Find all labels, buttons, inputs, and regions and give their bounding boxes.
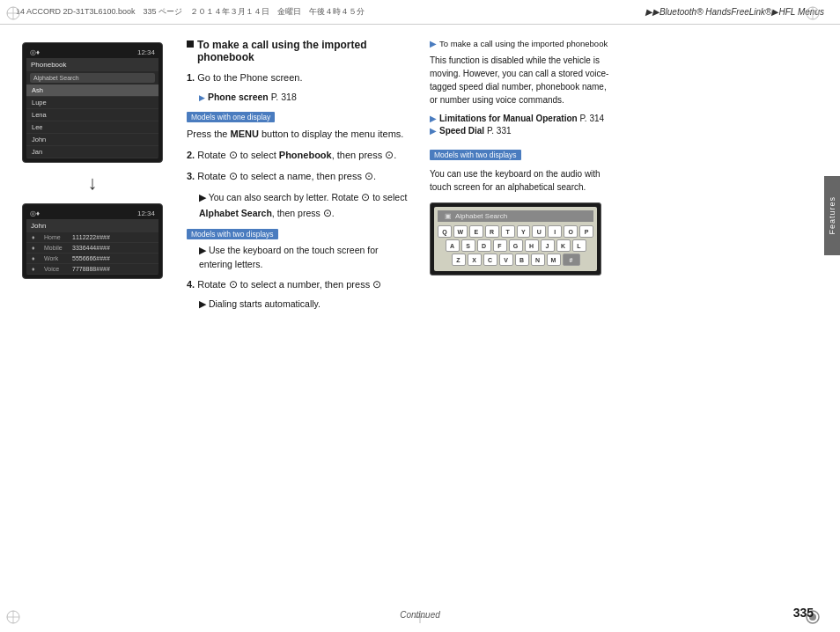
list-item: Jan [26, 146, 158, 158]
key-c[interactable]: C [483, 254, 497, 266]
screen-title: Phonebook [26, 58, 158, 71]
key-j[interactable]: J [541, 239, 555, 252]
mobile-icon: ♦ [32, 245, 41, 251]
key-g[interactable]: G [509, 239, 523, 252]
speed-dial-arrow-icon: ▶ [430, 126, 437, 136]
key-t[interactable]: T [501, 225, 515, 238]
print-info: 14 ACCORD 2D-31T3L6100.book 335 ページ ２０１４… [16, 6, 645, 18]
alphabet-screen: ▣ Alphabet Search Q W E R T Y U I O P [430, 202, 601, 276]
contact-voice: ♦ Voice 7778888#### [26, 264, 158, 275]
two-display-note: You can use the keyboard on the audio wi… [430, 167, 609, 194]
list-item: Lena [26, 109, 158, 121]
key-i[interactable]: I [548, 225, 562, 238]
list-item: John [26, 134, 158, 146]
screen-title-2: John [26, 219, 158, 232]
contact-work: ♦ Work 5556666#### [26, 254, 158, 264]
key-o[interactable]: O [564, 225, 578, 238]
corner-marker-tr [805, 5, 821, 21]
model-badge-two-right: Models with two displays [430, 150, 521, 160]
key-l[interactable]: L [572, 239, 586, 252]
section-title: To make a call using the imported phoneb… [187, 39, 410, 63]
header-title: ▶▶Bluetooth® HandsFreeLink®▶HFL Menus [645, 7, 824, 17]
screen-time: 12:34 [137, 48, 155, 56]
step-menu: Press the MENU button to display the men… [187, 127, 410, 142]
step-4-sub: ▶ Dialing starts automatically. [187, 298, 410, 312]
key-x[interactable]: X [468, 254, 482, 266]
work-icon: ♦ [32, 255, 41, 261]
note-body: This function is disabled while the vehi… [430, 54, 609, 107]
middle-panel: To make a call using the imported phoneb… [176, 33, 423, 597]
press-icon-2: ⊙ [365, 170, 373, 182]
note-header: ▶ To make a call using the imported phon… [430, 39, 609, 48]
key-w[interactable]: W [453, 225, 468, 238]
alpha-row-1: Q W E R T Y U I O P [438, 225, 593, 238]
screen-icon-2: ◎♦ [30, 209, 40, 217]
press-icon: ⊙ [385, 149, 394, 161]
press-icon-4: ⊙ [372, 278, 381, 290]
step-4: 4. Rotate ⊙ to select a number, then pre… [187, 276, 410, 292]
step-two-display: ▶ Use the keyboard on the touch screen f… [187, 244, 410, 272]
key-f[interactable]: F [493, 239, 507, 252]
key-k[interactable]: K [556, 239, 571, 252]
key-u[interactable]: U [532, 225, 546, 238]
search-bar: Alphabet Search [30, 73, 155, 83]
key-e[interactable]: E [469, 225, 483, 238]
step-1: 1. Go to the Phone screen. [187, 70, 410, 85]
key-r[interactable]: R [485, 225, 499, 238]
alpha-screen-icon: ▣ [445, 212, 452, 220]
contact-screen: ◎♦ 12:34 John ♦ Home 1112222#### ♦ Mobil… [22, 203, 163, 279]
rotate-icon-4: ⊙ [229, 278, 238, 290]
list-item: Ash [26, 85, 158, 97]
alpha-row-2: A S D F G H J K L [438, 239, 593, 252]
right-panel: ▶ To make a call using the imported phon… [423, 33, 616, 597]
rotate-icon: ⊙ [229, 149, 238, 161]
key-y[interactable]: Y [517, 225, 531, 238]
header-bar: 14 ACCORD 2D-31T3L6100.book 335 ページ ２０１４… [0, 0, 840, 25]
rotate-icon-2: ⊙ [229, 170, 238, 182]
screen-top-bar-2: ◎♦ 12:34 [26, 208, 158, 219]
key-v[interactable]: V [499, 254, 513, 266]
key-p[interactable]: P [579, 225, 593, 238]
step-3-sub: ▶ You can also search by letter. Rotate … [187, 189, 410, 221]
rotate-icon-3: ⊙ [361, 191, 370, 203]
screen-top-bar: ◎♦ 12:34 [26, 47, 158, 58]
note-arrow-icon: ▶ [430, 39, 437, 48]
home-icon: ♦ [32, 234, 41, 240]
key-a[interactable]: A [446, 239, 460, 252]
ref-limitations: ▶ Limitations for Manual Operation P. 31… [430, 114, 609, 123]
key-s[interactable]: S [461, 239, 475, 252]
ref-speed-dial: ▶ Speed Dial P. 331 [430, 126, 609, 136]
alpha-row-3: Z X C V B N M # [438, 254, 593, 266]
limitations-arrow-icon: ▶ [430, 114, 437, 123]
screen-icon: ◎♦ [30, 48, 40, 56]
step-3: 3. Rotate ⊙ to select a name, then press… [187, 168, 410, 184]
left-panel: ◎♦ 12:34 Phonebook Alphabet Search Ash L… [9, 33, 176, 597]
list-item: Lupe [26, 97, 158, 109]
step-1-ref: ▶ Phone screen P. 318 [187, 91, 410, 105]
continued-text: Continued [400, 610, 440, 620]
corner-marker-bl [5, 609, 21, 625]
phonebook-screen: ◎♦ 12:34 Phonebook Alphabet Search Ash L… [22, 42, 163, 163]
list-item: Lee [26, 121, 158, 134]
key-h[interactable]: H [525, 239, 539, 252]
model-badge-one: Models with one display [187, 112, 275, 122]
black-square-icon [187, 40, 194, 48]
model-badge-two-mid: Models with two displays [187, 229, 278, 239]
alpha-keyboard: ▣ Alphabet Search Q W E R T Y U I O P [434, 207, 597, 271]
step-2: 2. Rotate ⊙ to select Phonebook, then pr… [187, 147, 410, 163]
main-content: ◎♦ 12:34 Phonebook Alphabet Search Ash L… [0, 25, 840, 606]
key-d[interactable]: D [477, 239, 491, 252]
down-arrow: ↓ [88, 173, 98, 193]
key-z[interactable]: Z [452, 254, 466, 266]
page-number: 335 [793, 606, 814, 620]
voice-icon: ♦ [32, 266, 41, 272]
key-n[interactable]: N [531, 254, 545, 266]
screen-time-2: 12:34 [137, 209, 155, 217]
key-hash[interactable]: # [563, 254, 580, 266]
key-m[interactable]: M [547, 254, 561, 266]
contact-mobile: ♦ Mobile 3336444#### [26, 243, 158, 254]
key-b[interactable]: B [515, 254, 529, 266]
key-q[interactable]: Q [438, 225, 452, 238]
corner-marker-tl [5, 5, 21, 21]
ref-icon-1: ▶ [199, 93, 205, 102]
